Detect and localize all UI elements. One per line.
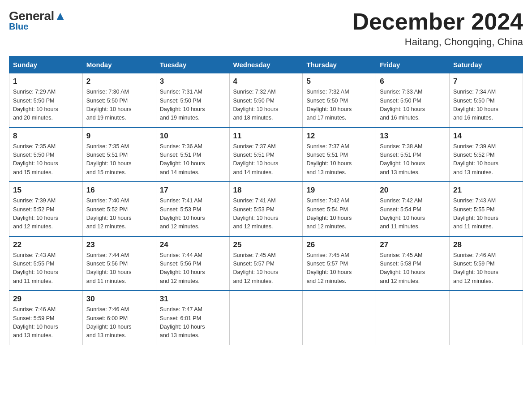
day-number: 27	[380, 240, 446, 249]
calendar-cell: 28Sunrise: 7:46 AMSunset: 5:59 PMDayligh…	[450, 236, 523, 291]
day-number: 1	[13, 77, 79, 86]
calendar-cell: 13Sunrise: 7:38 AMSunset: 5:51 PMDayligh…	[376, 128, 450, 182]
day-info: Sunrise: 7:44 AMSunset: 5:56 PMDaylight:…	[160, 251, 226, 286]
calendar-cell: 21Sunrise: 7:43 AMSunset: 5:55 PMDayligh…	[450, 182, 523, 236]
day-info: Sunrise: 7:32 AMSunset: 5:50 PMDaylight:…	[306, 88, 372, 123]
calendar-cell: 25Sunrise: 7:45 AMSunset: 5:57 PMDayligh…	[229, 236, 303, 291]
day-number: 29	[13, 295, 79, 304]
calendar-cell: 9Sunrise: 7:35 AMSunset: 5:51 PMDaylight…	[82, 128, 156, 182]
calendar-cell: 30Sunrise: 7:46 AMSunset: 6:00 PMDayligh…	[82, 291, 156, 345]
calendar-cell: 1Sunrise: 7:29 AMSunset: 5:50 PMDaylight…	[9, 73, 83, 128]
day-number: 25	[233, 240, 299, 249]
day-info: Sunrise: 7:43 AMSunset: 5:55 PMDaylight:…	[453, 197, 519, 231]
page-title: December 2024	[352, 9, 523, 34]
calendar-header-thursday: Thursday	[303, 56, 376, 73]
day-number: 4	[233, 77, 299, 86]
calendar-header-wednesday: Wednesday	[229, 56, 303, 73]
calendar-cell: 27Sunrise: 7:45 AMSunset: 5:58 PMDayligh…	[376, 236, 450, 291]
calendar-cell: 11Sunrise: 7:37 AMSunset: 5:51 PMDayligh…	[229, 128, 303, 182]
calendar-cell: 22Sunrise: 7:43 AMSunset: 5:55 PMDayligh…	[9, 236, 83, 291]
day-info: Sunrise: 7:29 AMSunset: 5:50 PMDaylight:…	[13, 88, 79, 123]
day-info: Sunrise: 7:46 AMSunset: 6:00 PMDaylight:…	[86, 305, 152, 340]
day-number: 14	[453, 132, 519, 141]
day-number: 28	[453, 240, 519, 249]
day-number: 7	[453, 77, 519, 86]
day-number: 2	[86, 77, 152, 86]
day-info: Sunrise: 7:46 AMSunset: 5:59 PMDaylight:…	[13, 305, 79, 340]
calendar-table: SundayMondayTuesdayWednesdayThursdayFrid…	[9, 56, 523, 345]
day-number: 10	[160, 132, 226, 141]
day-number: 5	[306, 77, 372, 86]
day-number: 21	[453, 186, 519, 195]
calendar-cell: 8Sunrise: 7:35 AMSunset: 5:50 PMDaylight…	[9, 128, 83, 182]
day-info: Sunrise: 7:38 AMSunset: 5:51 PMDaylight:…	[380, 142, 446, 177]
calendar-header-row: SundayMondayTuesdayWednesdayThursdayFrid…	[9, 56, 523, 73]
day-number: 3	[160, 77, 226, 86]
day-number: 31	[160, 295, 226, 304]
day-info: Sunrise: 7:42 AMSunset: 5:54 PMDaylight:…	[306, 197, 372, 231]
day-info: Sunrise: 7:45 AMSunset: 5:57 PMDaylight:…	[233, 251, 299, 286]
page-subtitle: Haitang, Chongqing, China	[352, 36, 523, 48]
day-info: Sunrise: 7:40 AMSunset: 5:52 PMDaylight:…	[86, 197, 152, 231]
calendar-cell	[376, 291, 450, 345]
calendar-cell: 29Sunrise: 7:46 AMSunset: 5:59 PMDayligh…	[9, 291, 83, 345]
day-info: Sunrise: 7:43 AMSunset: 5:55 PMDaylight:…	[13, 251, 79, 286]
calendar-cell	[229, 291, 303, 345]
day-number: 30	[86, 295, 152, 304]
day-info: Sunrise: 7:33 AMSunset: 5:50 PMDaylight:…	[380, 88, 446, 123]
calendar-cell: 4Sunrise: 7:32 AMSunset: 5:50 PMDaylight…	[229, 73, 303, 128]
calendar-cell: 10Sunrise: 7:36 AMSunset: 5:51 PMDayligh…	[156, 128, 229, 182]
calendar-cell: 23Sunrise: 7:44 AMSunset: 5:56 PMDayligh…	[82, 236, 156, 291]
day-number: 24	[160, 240, 226, 249]
day-number: 9	[86, 132, 152, 141]
day-info: Sunrise: 7:44 AMSunset: 5:56 PMDaylight:…	[86, 251, 152, 286]
calendar-week-row: 15Sunrise: 7:39 AMSunset: 5:52 PMDayligh…	[9, 182, 523, 236]
day-info: Sunrise: 7:37 AMSunset: 5:51 PMDaylight:…	[233, 142, 299, 177]
calendar-week-row: 1Sunrise: 7:29 AMSunset: 5:50 PMDaylight…	[9, 73, 523, 128]
day-number: 20	[380, 186, 446, 195]
calendar-cell: 15Sunrise: 7:39 AMSunset: 5:52 PMDayligh…	[9, 182, 83, 236]
day-info: Sunrise: 7:36 AMSunset: 5:51 PMDaylight:…	[160, 142, 226, 177]
day-number: 18	[233, 186, 299, 195]
day-info: Sunrise: 7:35 AMSunset: 5:50 PMDaylight:…	[13, 142, 79, 177]
day-info: Sunrise: 7:31 AMSunset: 5:50 PMDaylight:…	[160, 88, 226, 123]
calendar-cell: 7Sunrise: 7:34 AMSunset: 5:50 PMDaylight…	[450, 73, 523, 128]
page-header: General▲ Blue December 2024 Haitang, Cho…	[9, 9, 523, 48]
day-number: 12	[306, 132, 372, 141]
day-number: 26	[306, 240, 372, 249]
calendar-cell: 26Sunrise: 7:45 AMSunset: 5:57 PMDayligh…	[303, 236, 376, 291]
calendar-week-row: 8Sunrise: 7:35 AMSunset: 5:50 PMDaylight…	[9, 128, 523, 182]
day-info: Sunrise: 7:39 AMSunset: 5:52 PMDaylight:…	[13, 197, 79, 231]
calendar-cell: 17Sunrise: 7:41 AMSunset: 5:53 PMDayligh…	[156, 182, 229, 236]
calendar-cell: 31Sunrise: 7:47 AMSunset: 6:01 PMDayligh…	[156, 291, 229, 345]
calendar-cell	[303, 291, 376, 345]
day-info: Sunrise: 7:41 AMSunset: 5:53 PMDaylight:…	[233, 197, 299, 231]
day-number: 23	[86, 240, 152, 249]
logo: General▲ Blue	[9, 9, 66, 32]
calendar-cell: 14Sunrise: 7:39 AMSunset: 5:52 PMDayligh…	[450, 128, 523, 182]
calendar-header-tuesday: Tuesday	[156, 56, 229, 73]
calendar-cell: 16Sunrise: 7:40 AMSunset: 5:52 PMDayligh…	[82, 182, 156, 236]
calendar-header-saturday: Saturday	[450, 56, 523, 73]
logo-blue: Blue	[9, 21, 28, 32]
day-number: 15	[13, 186, 79, 195]
day-info: Sunrise: 7:37 AMSunset: 5:51 PMDaylight:…	[306, 142, 372, 177]
day-number: 13	[380, 132, 446, 141]
day-number: 11	[233, 132, 299, 141]
day-info: Sunrise: 7:45 AMSunset: 5:58 PMDaylight:…	[380, 251, 446, 286]
day-number: 8	[13, 132, 79, 141]
day-number: 19	[306, 186, 372, 195]
calendar-cell: 12Sunrise: 7:37 AMSunset: 5:51 PMDayligh…	[303, 128, 376, 182]
calendar-cell: 18Sunrise: 7:41 AMSunset: 5:53 PMDayligh…	[229, 182, 303, 236]
calendar-cell: 2Sunrise: 7:30 AMSunset: 5:50 PMDaylight…	[82, 73, 156, 128]
calendar-header-friday: Friday	[376, 56, 450, 73]
day-info: Sunrise: 7:32 AMSunset: 5:50 PMDaylight:…	[233, 88, 299, 123]
calendar-header-sunday: Sunday	[9, 56, 83, 73]
day-info: Sunrise: 7:41 AMSunset: 5:53 PMDaylight:…	[160, 197, 226, 231]
day-info: Sunrise: 7:34 AMSunset: 5:50 PMDaylight:…	[453, 88, 519, 123]
day-info: Sunrise: 7:42 AMSunset: 5:54 PMDaylight:…	[380, 197, 446, 231]
calendar-cell: 24Sunrise: 7:44 AMSunset: 5:56 PMDayligh…	[156, 236, 229, 291]
calendar-cell: 20Sunrise: 7:42 AMSunset: 5:54 PMDayligh…	[376, 182, 450, 236]
calendar-cell: 19Sunrise: 7:42 AMSunset: 5:54 PMDayligh…	[303, 182, 376, 236]
day-info: Sunrise: 7:35 AMSunset: 5:51 PMDaylight:…	[86, 142, 152, 177]
